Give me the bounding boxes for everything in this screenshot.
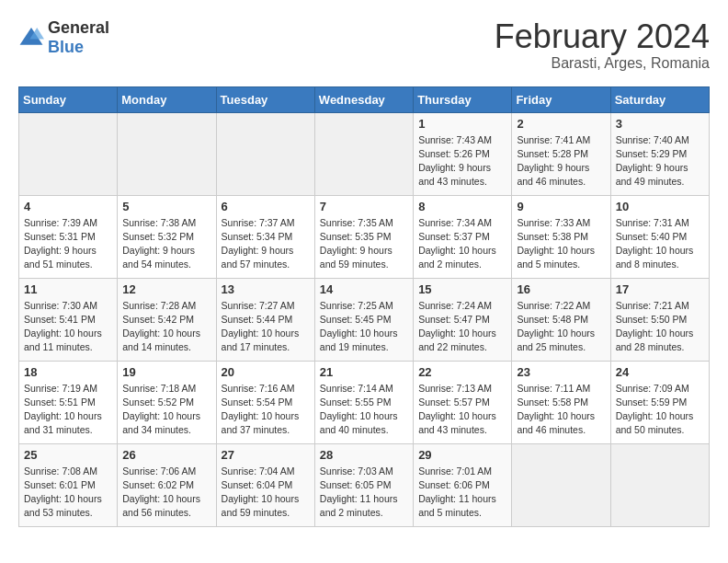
calendar-cell: 3Sunrise: 7:40 AMSunset: 5:29 PMDaylight… — [610, 112, 709, 195]
weekday-header-thursday: Thursday — [414, 86, 512, 112]
month-year-title: February 2024 — [495, 18, 710, 55]
page-header: General Blue February 2024 Barasti, Arge… — [18, 18, 710, 72]
calendar-cell: 12Sunrise: 7:28 AMSunset: 5:42 PMDayligh… — [118, 278, 216, 361]
day-info: Sunrise: 7:30 AMSunset: 5:41 PMDaylight:… — [24, 299, 112, 355]
day-info: Sunrise: 7:25 AMSunset: 5:45 PMDaylight:… — [320, 299, 408, 355]
day-number: 24 — [616, 365, 704, 379]
weekday-header-tuesday: Tuesday — [216, 86, 314, 112]
day-info: Sunrise: 7:16 AMSunset: 5:54 PMDaylight:… — [222, 382, 310, 438]
day-number: 9 — [517, 200, 605, 213]
calendar-cell: 29Sunrise: 7:01 AMSunset: 6:06 PMDayligh… — [414, 443, 512, 526]
day-number: 18 — [24, 365, 112, 379]
day-info: Sunrise: 7:27 AMSunset: 5:44 PMDaylight:… — [222, 299, 310, 355]
day-number: 17 — [616, 282, 704, 296]
day-info: Sunrise: 7:31 AMSunset: 5:40 PMDaylight:… — [616, 216, 704, 272]
day-info: Sunrise: 7:35 AMSunset: 5:35 PMDaylight:… — [320, 216, 408, 272]
day-number: 28 — [320, 448, 408, 462]
calendar-cell: 15Sunrise: 7:24 AMSunset: 5:47 PMDayligh… — [414, 278, 512, 361]
calendar-cell — [314, 112, 413, 195]
day-number: 23 — [517, 365, 605, 379]
day-info: Sunrise: 7:04 AMSunset: 6:04 PMDaylight:… — [222, 465, 310, 521]
weekday-header-saturday: Saturday — [610, 86, 709, 112]
calendar-cell: 24Sunrise: 7:09 AMSunset: 5:59 PMDayligh… — [610, 361, 709, 443]
day-number: 1 — [418, 117, 506, 131]
day-info: Sunrise: 7:28 AMSunset: 5:42 PMDaylight:… — [122, 299, 210, 355]
calendar-cell: 10Sunrise: 7:31 AMSunset: 5:40 PMDayligh… — [610, 195, 709, 278]
weekday-header-friday: Friday — [512, 86, 610, 112]
calendar-cell — [216, 112, 314, 195]
calendar-cell: 25Sunrise: 7:08 AMSunset: 6:01 PMDayligh… — [19, 443, 118, 526]
calendar-cell — [512, 443, 610, 526]
day-number: 29 — [418, 448, 506, 462]
day-info: Sunrise: 7:18 AMSunset: 5:52 PMDaylight:… — [122, 382, 210, 438]
day-number: 16 — [517, 282, 605, 296]
calendar-cell: 27Sunrise: 7:04 AMSunset: 6:04 PMDayligh… — [216, 443, 314, 526]
calendar-table: SundayMondayTuesdayWednesdayThursdayFrid… — [18, 86, 710, 527]
day-number: 15 — [418, 282, 506, 296]
day-info: Sunrise: 7:24 AMSunset: 5:47 PMDaylight:… — [418, 299, 506, 355]
day-info: Sunrise: 7:43 AMSunset: 5:26 PMDaylight:… — [418, 133, 506, 190]
day-number: 4 — [24, 200, 112, 213]
calendar-cell: 26Sunrise: 7:06 AMSunset: 6:02 PMDayligh… — [118, 443, 216, 526]
weekday-header-wednesday: Wednesday — [314, 86, 413, 112]
day-info: Sunrise: 7:21 AMSunset: 5:50 PMDaylight:… — [616, 299, 704, 355]
day-number: 26 — [122, 448, 210, 462]
day-number: 22 — [418, 365, 506, 379]
calendar-cell: 5Sunrise: 7:38 AMSunset: 5:32 PMDaylight… — [118, 195, 216, 278]
calendar-cell: 8Sunrise: 7:34 AMSunset: 5:37 PMDaylight… — [414, 195, 512, 278]
weekday-header-monday: Monday — [118, 86, 216, 112]
day-info: Sunrise: 7:19 AMSunset: 5:51 PMDaylight:… — [24, 382, 112, 438]
logo: General Blue — [18, 18, 109, 57]
day-number: 20 — [222, 365, 310, 379]
day-info: Sunrise: 7:38 AMSunset: 5:32 PMDaylight:… — [122, 216, 210, 272]
day-info: Sunrise: 7:34 AMSunset: 5:37 PMDaylight:… — [418, 216, 506, 272]
day-info: Sunrise: 7:03 AMSunset: 6:05 PMDaylight:… — [320, 465, 408, 521]
day-info: Sunrise: 7:41 AMSunset: 5:28 PMDaylight:… — [517, 133, 605, 190]
day-info: Sunrise: 7:08 AMSunset: 6:01 PMDaylight:… — [24, 465, 112, 521]
calendar-cell: 19Sunrise: 7:18 AMSunset: 5:52 PMDayligh… — [118, 361, 216, 443]
calendar-cell: 14Sunrise: 7:25 AMSunset: 5:45 PMDayligh… — [314, 278, 413, 361]
calendar-cell: 16Sunrise: 7:22 AMSunset: 5:48 PMDayligh… — [512, 278, 610, 361]
calendar-cell: 22Sunrise: 7:13 AMSunset: 5:57 PMDayligh… — [414, 361, 512, 443]
calendar-cell: 6Sunrise: 7:37 AMSunset: 5:34 PMDaylight… — [216, 195, 314, 278]
calendar-cell: 9Sunrise: 7:33 AMSunset: 5:38 PMDaylight… — [512, 195, 610, 278]
day-info: Sunrise: 7:22 AMSunset: 5:48 PMDaylight:… — [517, 299, 605, 355]
calendar-cell: 4Sunrise: 7:39 AMSunset: 5:31 PMDaylight… — [19, 195, 118, 278]
day-number: 21 — [320, 365, 408, 379]
day-number: 6 — [222, 200, 310, 213]
day-number: 13 — [222, 282, 310, 296]
calendar-cell: 20Sunrise: 7:16 AMSunset: 5:54 PMDayligh… — [216, 361, 314, 443]
title-block: February 2024 Barasti, Arges, Romania — [495, 18, 710, 72]
day-number: 10 — [616, 200, 704, 213]
calendar-cell: 7Sunrise: 7:35 AMSunset: 5:35 PMDaylight… — [314, 195, 413, 278]
day-info: Sunrise: 7:13 AMSunset: 5:57 PMDaylight:… — [418, 382, 506, 438]
location-subtitle: Barasti, Arges, Romania — [495, 55, 710, 72]
calendar-cell: 21Sunrise: 7:14 AMSunset: 5:55 PMDayligh… — [314, 361, 413, 443]
calendar-cell: 2Sunrise: 7:41 AMSunset: 5:28 PMDaylight… — [512, 112, 610, 195]
day-info: Sunrise: 7:11 AMSunset: 5:58 PMDaylight:… — [517, 382, 605, 438]
day-number: 27 — [222, 448, 310, 462]
calendar-cell — [610, 443, 709, 526]
day-info: Sunrise: 7:39 AMSunset: 5:31 PMDaylight:… — [24, 216, 112, 272]
calendar-cell: 17Sunrise: 7:21 AMSunset: 5:50 PMDayligh… — [610, 278, 709, 361]
day-info: Sunrise: 7:33 AMSunset: 5:38 PMDaylight:… — [517, 216, 605, 272]
day-info: Sunrise: 7:09 AMSunset: 5:59 PMDaylight:… — [616, 382, 704, 438]
day-number: 7 — [320, 200, 408, 213]
calendar-cell: 11Sunrise: 7:30 AMSunset: 5:41 PMDayligh… — [19, 278, 118, 361]
day-info: Sunrise: 7:40 AMSunset: 5:29 PMDaylight:… — [616, 133, 704, 190]
calendar-cell: 13Sunrise: 7:27 AMSunset: 5:44 PMDayligh… — [216, 278, 314, 361]
calendar-cell: 23Sunrise: 7:11 AMSunset: 5:58 PMDayligh… — [512, 361, 610, 443]
day-info: Sunrise: 7:14 AMSunset: 5:55 PMDaylight:… — [320, 382, 408, 438]
day-number: 14 — [320, 282, 408, 296]
calendar-cell: 28Sunrise: 7:03 AMSunset: 6:05 PMDayligh… — [314, 443, 413, 526]
calendar-cell: 18Sunrise: 7:19 AMSunset: 5:51 PMDayligh… — [19, 361, 118, 443]
weekday-header-sunday: Sunday — [19, 86, 118, 112]
day-number: 5 — [122, 200, 210, 213]
day-number: 2 — [517, 117, 605, 131]
day-number: 11 — [24, 282, 112, 296]
calendar-cell — [118, 112, 216, 195]
day-number: 3 — [616, 117, 704, 131]
day-info: Sunrise: 7:01 AMSunset: 6:06 PMDaylight:… — [418, 465, 506, 521]
logo-text: General Blue — [48, 18, 109, 57]
day-number: 12 — [122, 282, 210, 296]
